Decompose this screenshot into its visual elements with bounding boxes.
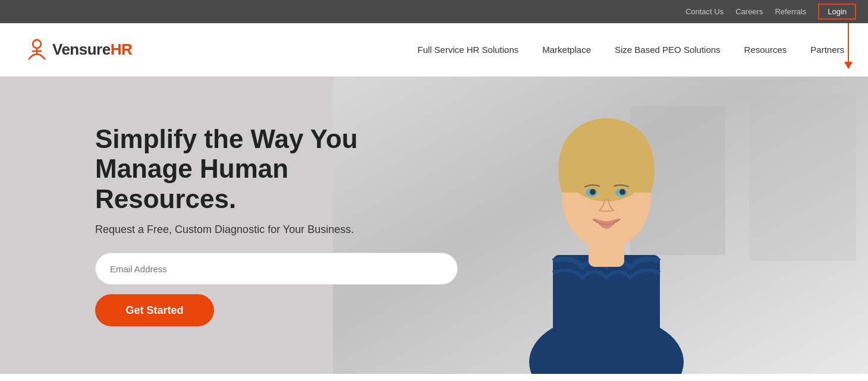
logo-text: VensureHR [52,40,132,59]
nav-marketplace[interactable]: Marketplace [542,45,591,55]
logo[interactable]: VensureHR [24,37,132,63]
nav-wrapper: VensureHR Full Service HR Solutions Mark… [0,23,868,77]
main-nav: VensureHR Full Service HR Solutions Mark… [0,23,868,77]
referrals-link[interactable]: Referrals [775,7,806,16]
email-form: Get Started [95,253,416,326]
contact-us-link[interactable]: Contact Us [685,7,724,16]
vensure-logo-icon [24,37,50,63]
careers-link[interactable]: Careers [735,7,763,16]
nav-resources[interactable]: Resources [744,45,787,55]
top-bar: Contact Us Careers Referrals Login [0,0,868,23]
svg-point-14 [590,189,596,195]
nav-size-based[interactable]: Size Based PEO Solutions [615,45,721,55]
nav-links: Full Service HR Solutions Marketplace Si… [417,45,844,55]
svg-point-0 [33,40,41,48]
hero-subtext: Request a Free, Custom Diagnostic for Yo… [95,223,416,236]
svg-rect-8 [553,255,660,374]
email-input[interactable] [95,253,458,285]
hero-heading: Simplify the Way You Manage Human Resour… [95,124,416,215]
hero-heading-line2: Manage Human Resources. [95,154,288,213]
login-button[interactable]: Login [818,4,856,20]
svg-rect-6 [749,95,856,261]
hero-section: Simplify the Way You Manage Human Resour… [0,77,868,374]
hero-content: Simplify the Way You Manage Human Resour… [0,124,416,327]
logo-text-black: Vensure [52,40,111,58]
logo-text-orange: HR [111,40,133,58]
get-started-button[interactable]: Get Started [95,294,214,326]
nav-partners[interactable]: Partners [810,45,844,55]
svg-point-15 [619,189,625,195]
hero-heading-line1: Simplify the Way You [95,124,358,153]
nav-full-service[interactable]: Full Service HR Solutions [417,45,518,55]
